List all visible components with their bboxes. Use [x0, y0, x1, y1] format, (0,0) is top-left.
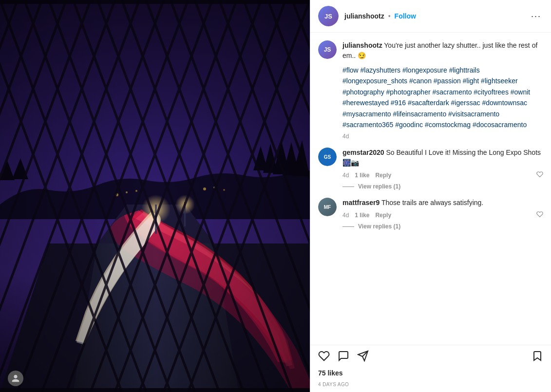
caption-text: julianshootz You're just another lazy sh… [342, 40, 543, 61]
comment-body-matt: Those trails are always satisfying. [381, 199, 483, 206]
comment-text-matt: mattfraser9 Those trails are always sati… [342, 198, 543, 208]
caption-hashtags: #flow #lazyshutters #longexposure #light… [342, 65, 543, 130]
svg-rect-46 [0, 0, 310, 392]
caption-meta: 4d [342, 133, 543, 140]
share-button[interactable] [357, 350, 369, 362]
like-comment-gemstar[interactable] [536, 171, 543, 179]
comment-likes-gemstar: 1 like [355, 172, 369, 179]
view-replies-matt: View replies (1) [342, 223, 543, 230]
comment-content-matt: mattfraser9 Those trails are always sati… [342, 198, 543, 230]
commenter-avatar-gemstar[interactable]: GS [318, 148, 337, 166]
comment-meta-matt: 4d 1 like Reply [342, 211, 543, 219]
likes-count: 75 likes [318, 369, 343, 377]
post-author-avatar[interactable]: JS [318, 6, 339, 26]
reply-line [342, 226, 354, 227]
author-avatar[interactable]: JS [318, 40, 337, 59]
view-replies-button-matt[interactable]: View replies (1) [358, 223, 400, 230]
more-options-button[interactable]: ··· [529, 9, 543, 23]
user-profile-icon[interactable] [8, 371, 23, 386]
comment-button[interactable] [338, 350, 349, 362]
bookmark-button[interactable] [532, 350, 543, 362]
caption-content: julianshootz You're just another lazy sh… [342, 40, 543, 140]
like-comment-matt[interactable] [536, 211, 543, 219]
reply-button-gemstar[interactable]: Reply [375, 172, 391, 179]
commenter-username-matt[interactable]: mattfraser9 [342, 199, 380, 206]
caption-block: JS julianshootz You're just another lazy… [318, 40, 543, 140]
action-icons-row [318, 350, 543, 362]
header-info: julianshootz • Follow [344, 12, 529, 20]
post-author-username[interactable]: julianshootz [344, 12, 384, 20]
commenter-username-gemstar[interactable]: gemstar2020 [342, 149, 384, 156]
comment-time-matt: 4d [342, 212, 349, 219]
dot-separator: • [388, 12, 391, 20]
post-image [0, 0, 310, 392]
likes-bar: 75 likes [310, 366, 551, 378]
comment-item: GS gemstar2020 So Beautiful I Love it! M… [318, 148, 543, 190]
time-ago-text: 4 DAYS AGO [318, 382, 349, 387]
comment-text-gemstar: gemstar2020 So Beautiful I Love it! Miss… [342, 148, 543, 168]
comments-section: JS julianshootz You're just another lazy… [310, 33, 551, 345]
post-header: JS julianshootz • Follow ··· [310, 0, 551, 33]
view-replies-gemstar: View replies (1) [342, 183, 543, 190]
comment-likes-matt: 1 like [355, 212, 369, 219]
comment-item: MF mattfraser9 Those trails are always s… [318, 198, 543, 230]
follow-button[interactable]: Follow [395, 12, 416, 20]
post-details-panel: JS julianshootz • Follow ··· JS juliansh… [310, 0, 551, 392]
reply-line [342, 187, 354, 187]
comment-time-gemstar: 4d [342, 172, 349, 179]
comment-meta-gemstar: 4d 1 like Reply [342, 171, 543, 179]
view-replies-button-gemstar[interactable]: View replies (1) [358, 183, 400, 190]
comment-content-gemstar: gemstar2020 So Beautiful I Love it! Miss… [342, 148, 543, 190]
time-ago-bar: 4 DAYS AGO [310, 378, 551, 392]
caption-author-username[interactable]: julianshootz [342, 41, 382, 49]
caption-time: 4d [342, 133, 349, 140]
actions-bar [310, 345, 551, 366]
like-button[interactable] [318, 350, 330, 362]
commenter-avatar-matt[interactable]: MF [318, 198, 337, 216]
reply-button-matt[interactable]: Reply [375, 212, 391, 219]
